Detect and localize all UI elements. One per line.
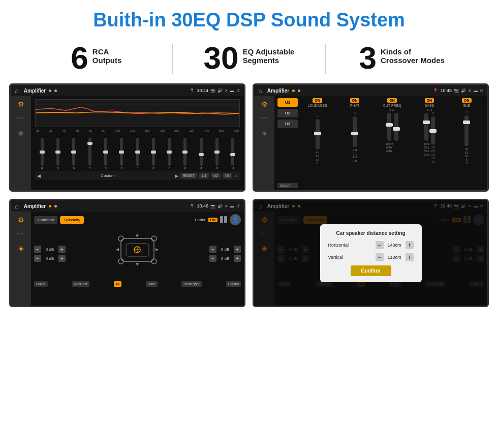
volume-icon-2: 🔊 (461, 88, 466, 93)
eq-wave-icon[interactable]: 〰 (17, 114, 24, 123)
phat-slider[interactable] (353, 116, 357, 147)
eq-track-3[interactable] (88, 138, 91, 166)
fader-wave-icon[interactable]: 〰 (17, 230, 24, 238)
bass-slider-f[interactable] (424, 113, 428, 141)
eq-u2-button[interactable]: U2 (211, 173, 221, 178)
eq-slider-4: 0 (99, 138, 112, 170)
crossover-reset-button[interactable]: RESET (277, 183, 298, 188)
all-button[interactable]: All (114, 281, 122, 287)
fader-tune-icon[interactable]: ⚙ (18, 216, 24, 224)
eq-u1-button[interactable]: U1 (199, 173, 209, 178)
eq-next-button[interactable]: ▶ (175, 173, 178, 178)
crossover-speaker-icon[interactable]: ◈ (262, 129, 267, 137)
camera-icon-2: 📷 (454, 88, 459, 93)
loudness-slider[interactable] (316, 119, 320, 150)
sub-slider[interactable] (464, 115, 469, 146)
profile-icon[interactable]: 👤 (230, 214, 241, 225)
db-control-4: − 0 dB + (209, 255, 241, 262)
loudness-label: LOUDNESS (307, 104, 327, 107)
cutfreq-slider-f[interactable] (387, 113, 391, 141)
screens-grid: ⌂ Amplifier 📍 10:44 📷 🔊 ✕ ▬ ↺ ⚙ 〰 ◈ (0, 81, 498, 312)
db-minus-3[interactable]: − (209, 246, 216, 253)
db-minus-2[interactable]: − (34, 255, 41, 262)
eq-speaker-icon[interactable]: ◈ (18, 129, 24, 137)
freq-160: 160 (145, 129, 150, 132)
eq-u3-button[interactable]: U3 (223, 173, 232, 178)
eq-track-2[interactable] (72, 138, 75, 166)
preset-u2[interactable]: U2 (277, 109, 298, 117)
home-icon-2[interactable]: ⌂ (258, 87, 262, 95)
fader-speaker-icon[interactable]: ◈ (18, 244, 24, 252)
eq-reset-button[interactable]: RESET (180, 173, 197, 178)
close-icon-2: ✕ (468, 88, 472, 93)
loudness-on[interactable]: ON (313, 98, 322, 103)
sub-on[interactable]: ON (462, 98, 472, 103)
eq-chart (35, 99, 240, 127)
preset-u1[interactable]: U1 (277, 98, 298, 107)
fader-screen-content: ⚙ 〰 ◈ Common Specialty Fader ON 👤 (11, 212, 244, 306)
fader-tab-specialty[interactable]: Specialty (60, 216, 83, 224)
eq-track-7[interactable] (152, 138, 155, 166)
back-icon-3[interactable]: ↺ (236, 204, 240, 208)
eq-track-9[interactable] (183, 138, 186, 166)
eq-slider-5: 0 (115, 138, 129, 170)
eq-track-8[interactable] (168, 138, 171, 166)
eq-track-1[interactable] (56, 138, 59, 166)
rearright-button[interactable]: RearRight (181, 281, 202, 287)
eq-screen-content: ⚙ 〰 ◈ 2 (11, 96, 244, 190)
bass-slider-g[interactable] (431, 116, 435, 144)
db-plus-2[interactable]: + (58, 255, 66, 262)
preset-u3[interactable]: U3 (277, 120, 298, 128)
channel-phat: ON PHAT G 3.0 2.1 1.3 0.5 (337, 98, 372, 188)
horizontal-value: 140cm (386, 243, 403, 248)
confirm-button[interactable]: Confirm (351, 265, 391, 276)
back-icon-2[interactable]: ↺ (480, 88, 483, 93)
eq-track-11[interactable] (215, 138, 219, 166)
crossover-reset: RESET (277, 183, 298, 188)
db-minus-4[interactable]: − (209, 255, 216, 262)
db-plus-4[interactable]: + (234, 255, 241, 262)
eq-slider-12: -1 (226, 138, 240, 170)
vertical-plus[interactable]: + (406, 253, 414, 261)
cutfreq-on[interactable]: ON (387, 98, 397, 103)
crossover-wave-icon[interactable]: 〰 (261, 114, 268, 123)
eq-track-12[interactable] (231, 138, 234, 166)
fader-on-badge[interactable]: ON (208, 218, 218, 222)
db-plus-3[interactable]: + (234, 246, 241, 253)
vertical-minus[interactable]: − (376, 253, 384, 261)
bass-on[interactable]: ON (425, 98, 434, 103)
back-icon[interactable]: ↺ (236, 88, 240, 93)
eq-track-0[interactable] (41, 138, 44, 166)
phat-on[interactable]: ON (350, 98, 360, 103)
eq-track-4[interactable] (104, 138, 107, 166)
crossover-tune-icon[interactable]: ⚙ (261, 100, 268, 108)
rearleft-button[interactable]: RearLeft (72, 281, 89, 287)
car-diagram (113, 228, 162, 279)
home-icon-3[interactable]: ⌂ (15, 202, 19, 210)
cutfreq-slider-g[interactable] (394, 113, 398, 141)
eq-track-5[interactable] (120, 138, 123, 166)
eq-track-6[interactable] (136, 138, 139, 166)
eq-more-icon[interactable]: » (235, 173, 238, 178)
horizontal-plus[interactable]: + (406, 241, 414, 249)
eq-slider-8: 0 (163, 138, 176, 170)
db-plus-1[interactable]: + (58, 246, 66, 253)
driver-button[interactable]: Driver (34, 281, 48, 287)
eq-track-10[interactable] (200, 138, 203, 166)
horizontal-control: − 140cm + (376, 241, 414, 249)
eq-slider-0: 0 (35, 138, 49, 170)
stat-crossover-number: 3 (359, 42, 377, 74)
copilot-button[interactable]: Copilot (226, 281, 241, 287)
crossover-side-panel: ⚙ 〰 ◈ (254, 96, 274, 190)
home-icon[interactable]: ⌂ (15, 87, 19, 95)
horizontal-minus[interactable]: − (376, 241, 384, 249)
svg-marker-13 (136, 263, 139, 266)
eq-prev-button[interactable]: ◀ (37, 173, 41, 178)
user-button[interactable]: User (146, 281, 158, 287)
dialog-title: Car speaker distance setting (328, 230, 414, 236)
fader-body: − 0 dB + − 0 dB + (34, 228, 241, 279)
eq-tune-icon[interactable]: ⚙ (18, 100, 24, 108)
db-minus-1[interactable]: − (34, 246, 41, 253)
fader-tab-common[interactable]: Common (34, 216, 57, 224)
horizontal-label: Horizontal (328, 243, 376, 248)
